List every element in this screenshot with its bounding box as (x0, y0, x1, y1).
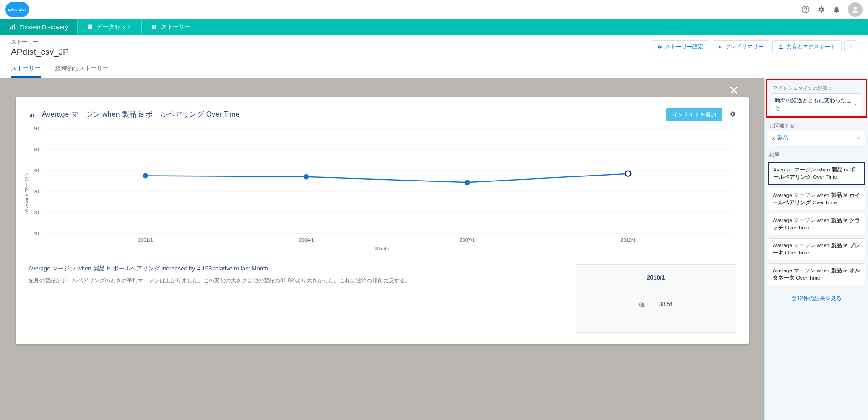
share-export-label: 共有とエクスポート (786, 43, 836, 51)
chip-remove-icon[interactable]: × (772, 135, 775, 142)
svg-point-1 (806, 11, 806, 12)
chip-label: 製品 (777, 134, 788, 142)
svg-rect-7 (30, 115, 31, 117)
svg-point-26 (143, 173, 148, 179)
einstein-insight-group: アインシュタインの洞察： 時間の経過とともに変わったこと (766, 79, 867, 118)
gear-icon[interactable] (817, 5, 825, 14)
chart-svg: 1020304050602001/12004/12007/12010/1 (28, 126, 736, 244)
salesforce-logo: salesforce (5, 0, 33, 19)
see-all-results-link[interactable]: 全12件の結果を見る (765, 290, 868, 307)
tab-story[interactable]: ストーリー (11, 61, 41, 78)
svg-text:2007/1: 2007/1 (460, 237, 475, 243)
svg-text:2004/1: 2004/1 (299, 237, 314, 243)
chevron-down-icon (848, 45, 853, 49)
avatar[interactable] (848, 2, 863, 17)
gear-icon (657, 44, 662, 50)
svg-text:2001/1: 2001/1 (138, 237, 153, 243)
svg-rect-5 (14, 24, 15, 29)
nav-dataset-label: データセット (97, 23, 132, 31)
insight-value-card: 2010/1 値： 38.54 (576, 264, 736, 333)
result-item[interactable]: Average マージン when 製品 is ホイールベアリング Over T… (768, 188, 865, 210)
svg-rect-9 (33, 114, 34, 117)
svg-rect-8 (31, 114, 32, 117)
einstein-select-value: 時間の経過とともに変わったこと (775, 97, 853, 112)
more-actions-button[interactable] (844, 40, 857, 53)
play-summary-button[interactable]: プレイサマリー (712, 40, 769, 53)
insight-value-label: 値： (639, 301, 650, 309)
insight-value: 38.54 (659, 301, 673, 309)
svg-rect-3 (10, 27, 11, 29)
database-icon (87, 24, 93, 30)
help-icon[interactable] (801, 5, 810, 14)
svg-point-28 (464, 180, 470, 185)
insight-body: 先月の製品がボールベアリングのときの平均マージンは上がりました。この変化の大きさ… (28, 276, 565, 285)
add-insight-button[interactable]: インサイトを追加 (666, 108, 722, 121)
close-icon[interactable]: ✕ (728, 84, 739, 97)
svg-text:50: 50 (34, 147, 39, 152)
insight-date: 2010/1 (585, 274, 727, 281)
share-icon (778, 44, 784, 50)
nav-story-label: ストーリー (161, 23, 191, 31)
svg-text:40: 40 (34, 168, 39, 173)
nav-dataset[interactable]: データセット (78, 19, 142, 35)
x-axis-label: Month (28, 246, 736, 251)
bars-icon (9, 24, 16, 30)
insight-title: Average マージン when 製品 is ボールベアリング increas… (28, 264, 565, 273)
y-axis-label: Average マージン (23, 172, 30, 212)
svg-text:30: 30 (34, 189, 39, 194)
svg-text:60: 60 (34, 126, 39, 131)
related-select[interactable]: × 製品 (768, 131, 865, 145)
chevron-down-icon (853, 102, 858, 107)
line-chart: Average マージン 1020304050602001/12004/1200… (28, 126, 736, 258)
cloud-icon: salesforce (5, 2, 29, 17)
einstein-label: アインシュタインの洞察： (768, 81, 865, 93)
chart-icon (28, 112, 36, 118)
tab-temporal[interactable]: 経時的なストーリー (55, 61, 109, 78)
result-item[interactable]: Average マージン when 製品 is ボールベアリング Over Ti… (768, 162, 865, 185)
play-icon (718, 45, 722, 49)
svg-rect-4 (12, 26, 13, 30)
chevron-down-icon (857, 136, 861, 140)
related-label: に関連する： (765, 119, 868, 131)
result-label: 結果： (765, 148, 868, 160)
nav-einstein-label: Einstein Discovery (19, 24, 68, 31)
nav-einstein[interactable]: Einstein Discovery (0, 19, 78, 35)
svg-text:20: 20 (34, 210, 39, 215)
result-item[interactable]: Average マージン when 製品 is オルタネータ Over Time (768, 263, 865, 285)
card-title: Average マージン when 製品 is ボールベアリング Over Ti… (42, 110, 240, 119)
card-gear-icon[interactable] (729, 110, 736, 119)
story-settings-label: ストーリー設定 (665, 43, 703, 51)
svg-text:2010/1: 2010/1 (620, 237, 636, 243)
result-item[interactable]: Average マージン when 製品 is クラッチ Over Time (768, 213, 865, 235)
nav-story[interactable]: ストーリー (142, 19, 200, 35)
main-nav: Einstein Discovery データセット ストーリー (0, 19, 868, 35)
svg-point-27 (304, 174, 309, 180)
einstein-insight-select[interactable]: 時間の経過とともに変わったこと (771, 93, 862, 115)
bell-icon[interactable] (832, 5, 841, 14)
story-settings-button[interactable]: ストーリー設定 (651, 40, 709, 53)
result-item[interactable]: Average マージン when 製品 is ブレーキ Over Time (768, 238, 865, 260)
share-export-button[interactable]: 共有とエクスポート (772, 40, 842, 53)
svg-point-29 (625, 171, 631, 176)
svg-text:10: 10 (34, 231, 39, 236)
book-icon (151, 24, 157, 30)
play-summary-label: プレイサマリー (725, 43, 764, 51)
svg-point-2 (854, 7, 857, 10)
related-chip[interactable]: × 製品 (772, 134, 788, 142)
